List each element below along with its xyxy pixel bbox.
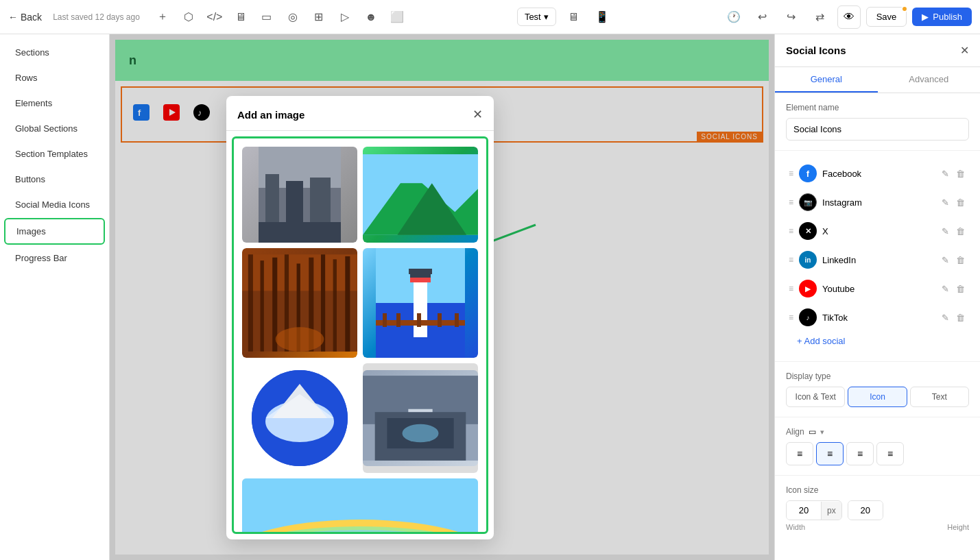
layout-icon-btn[interactable]: ▭ <box>255 5 278 29</box>
history-icon-btn[interactable]: 🕐 <box>722 5 745 29</box>
svg-rect-37 <box>383 313 387 327</box>
youtube-icon: ▶ <box>799 280 817 297</box>
svg-rect-38 <box>396 313 401 327</box>
x-delete-button[interactable]: 🗑 <box>955 225 966 238</box>
social-row-youtube[interactable]: ≡ ▶ Youtube ✎ 🗑 <box>786 276 969 302</box>
instagram-edit-button[interactable]: ✎ <box>940 196 951 209</box>
video-icon-btn[interactable]: ▷ <box>333 5 357 29</box>
topbar-center: Test ▾ 🖥 📱 <box>517 5 614 29</box>
drag-handle-icon: ≡ <box>789 169 793 178</box>
grid-icon-btn[interactable]: ⊞ <box>307 5 331 29</box>
element-name-input[interactable] <box>786 118 969 141</box>
social-row-x[interactable]: ≡ ✕ X ✎ 🗑 <box>786 218 969 244</box>
facebook-edit-button[interactable]: ✎ <box>940 167 951 180</box>
sidebar-item-label: Elements <box>15 98 52 108</box>
test-dropdown[interactable]: Test ▾ <box>517 8 556 26</box>
tab-advanced[interactable]: Advanced <box>878 67 981 93</box>
image-cell-mountain[interactable] <box>363 147 478 243</box>
sidebar-item-global-sections[interactable]: Global Sections <box>4 117 105 141</box>
mobile-device-btn[interactable]: 📱 <box>590 5 614 29</box>
tiktok-edit-button[interactable]: ✎ <box>940 311 951 324</box>
desktop-device-btn[interactable]: 🖥 <box>562 5 585 29</box>
social-row-facebook[interactable]: ≡ f Facebook ✎ 🗑 <box>786 160 969 186</box>
right-panel-header: Social Icons ✕ <box>775 34 980 67</box>
image-grid <box>242 147 478 534</box>
youtube-edit-button[interactable]: ✎ <box>940 282 951 295</box>
tab-general[interactable]: General <box>775 67 878 93</box>
linkedin-edit-button[interactable]: ✎ <box>940 254 951 267</box>
preview-button[interactable]: 👁 <box>837 5 861 29</box>
save-button[interactable]: Save <box>866 7 907 27</box>
canvas-area: n f ♪ SOCIAL ICONS <box>110 34 774 560</box>
layers-icon-btn[interactable]: ⬡ <box>177 5 200 29</box>
sidebar-item-elements[interactable]: Elements <box>4 91 105 115</box>
sidebar-item-label: Global Sections <box>15 123 77 134</box>
toolbar-icons: ＋ ⬡ </> 🖥 ▭ ◎ ⊞ ▷ ☻ ⬜ <box>151 5 409 29</box>
icon-size-label: Icon size <box>786 485 969 495</box>
sidebar-item-social-media-icons[interactable]: Social Media Icons <box>4 193 105 217</box>
sidebar-item-sections[interactable]: Sections <box>4 40 105 64</box>
sidebar-item-rows[interactable]: Rows <box>4 66 105 90</box>
modal-close-button[interactable]: ✕ <box>473 107 483 122</box>
x-edit-button[interactable]: ✎ <box>940 225 951 238</box>
circle-icon-btn[interactable]: ◎ <box>281 5 304 29</box>
unsaved-indicator <box>901 5 908 12</box>
display-type-icon-text-btn[interactable]: Icon & Text <box>786 387 845 407</box>
linkedin-icon: in <box>799 251 817 269</box>
add-image-modal: Add an image ✕ <box>226 96 494 539</box>
sidebar-item-section-templates[interactable]: Section Templates <box>4 142 105 166</box>
columns-icon-btn[interactable]: ⬜ <box>385 5 409 29</box>
svg-rect-27 <box>333 259 337 351</box>
more-icon-btn[interactable]: ⇄ <box>809 5 832 29</box>
facebook-delete-button[interactable]: 🗑 <box>955 167 966 180</box>
image-cell-city[interactable] <box>242 147 357 243</box>
instagram-actions: ✎ 🗑 <box>940 196 966 209</box>
youtube-delete-button[interactable]: 🗑 <box>955 282 966 295</box>
publish-button[interactable]: ▶ Publish <box>912 8 972 26</box>
drag-handle-icon: ≡ <box>789 313 793 322</box>
icon-width-input[interactable] <box>787 501 821 520</box>
social-row-linkedin[interactable]: ≡ in LinkedIn ✎ 🗑 <box>786 247 969 273</box>
image-cell-modern[interactable] <box>363 363 478 473</box>
svg-rect-21 <box>261 260 264 352</box>
image-forest <box>242 248 357 358</box>
x-icon: ✕ <box>799 222 817 240</box>
image-cell-lighthouse[interactable] <box>363 248 478 358</box>
icon-height-input[interactable] <box>848 501 883 520</box>
sidebar-item-images[interactable]: Images <box>4 218 105 245</box>
sidebar-item-label: Progress Bar <box>15 253 67 263</box>
image-cell-lake[interactable] <box>242 363 357 473</box>
svg-rect-17 <box>363 154 478 183</box>
redo-icon-btn[interactable]: ↪ <box>780 5 803 29</box>
sidebar-item-progress-bar[interactable]: Progress Bar <box>4 246 105 270</box>
add-social-button[interactable]: + Add social <box>786 330 969 352</box>
social-row-tiktok[interactable]: ≡ ♪ TikTok ✎ 🗑 <box>786 304 969 330</box>
add-icon-btn[interactable]: ＋ <box>151 5 174 29</box>
align-center-button[interactable]: ≡ <box>816 442 844 465</box>
align-chevron-icon: ▾ <box>820 428 824 437</box>
image-cell-beach[interactable] <box>242 478 478 534</box>
right-panel-close-button[interactable]: ✕ <box>960 44 969 57</box>
sidebar-item-buttons[interactable]: Buttons <box>4 167 105 191</box>
code-icon-btn[interactable]: </> <box>203 5 226 29</box>
svg-point-50 <box>402 424 438 443</box>
align-left-button[interactable]: ≡ <box>786 442 813 465</box>
face-icon-btn[interactable]: ☻ <box>359 5 383 29</box>
undo-icon-btn[interactable]: ↩ <box>751 5 774 29</box>
instagram-delete-button[interactable]: 🗑 <box>955 196 966 209</box>
display-type-text-btn[interactable]: Text <box>910 387 969 407</box>
back-button[interactable]: ← Back <box>8 12 42 23</box>
svg-rect-11 <box>286 181 303 229</box>
linkedin-delete-button[interactable]: 🗑 <box>955 254 966 267</box>
social-row-instagram[interactable]: ≡ 📷 Instagram ✎ 🗑 <box>786 189 969 215</box>
tiktok-delete-button[interactable]: 🗑 <box>955 311 966 324</box>
display-type-label: Display type <box>786 372 969 381</box>
align-label-row: Align ▭ ▾ <box>786 427 969 437</box>
align-justify-button[interactable]: ≡ <box>876 442 904 465</box>
align-section: Align ▭ ▾ ≡ ≡ ≡ ≡ <box>775 417 980 475</box>
display-type-icon-btn[interactable]: Icon <box>848 387 907 407</box>
align-right-button[interactable]: ≡ <box>846 442 874 465</box>
image-cell-forest[interactable] <box>242 248 357 358</box>
monitor-icon-btn[interactable]: 🖥 <box>229 5 252 29</box>
x-actions: ✎ 🗑 <box>940 225 966 238</box>
